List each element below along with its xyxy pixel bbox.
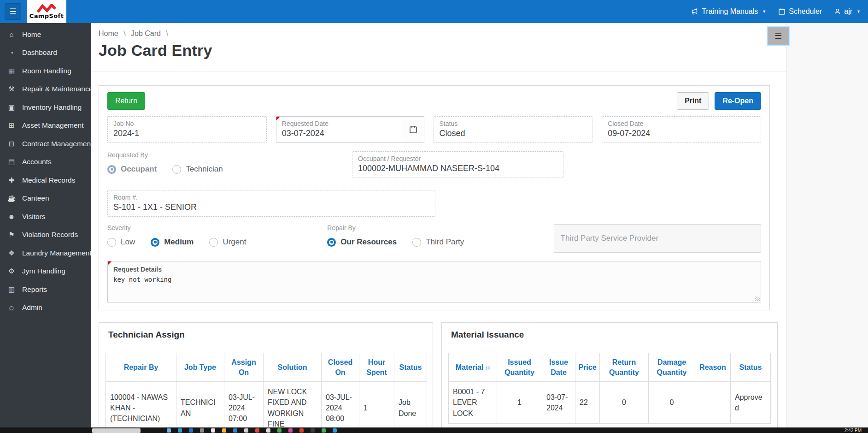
sidebar-item-accounts[interactable]: ▤Accounts — [0, 153, 91, 172]
taskbar-app-icon[interactable] — [322, 428, 326, 433]
brand-logo[interactable]: CampSoft — [27, 0, 66, 23]
taskbar-app-icon[interactable] — [167, 428, 171, 433]
column-header[interactable]: Hour Spent — [359, 353, 394, 382]
taskbar-app-icon[interactable] — [233, 428, 237, 433]
requested-by-radio-group: Occupant Technician — [107, 165, 335, 174]
taskbar-app-icon[interactable] — [311, 428, 315, 433]
radio-technician — [172, 165, 181, 174]
inventory-icon: ▣ — [7, 103, 16, 112]
taskbar-app-icon[interactable] — [244, 428, 248, 433]
table-cell: 03-JUL-2024 07:00 — [224, 382, 264, 433]
taskbar-app-icon[interactable] — [211, 428, 215, 433]
radio-third-party[interactable] — [412, 238, 421, 247]
column-header[interactable]: Repair By — [106, 353, 176, 382]
resize-handle[interactable] — [755, 297, 760, 301]
column-header[interactable]: Job Type — [176, 353, 224, 382]
dashboard-icon: ◔ — [7, 49, 16, 57]
status-field: Status Closed — [434, 116, 593, 143]
laundry-icon: ❖ — [7, 249, 16, 257]
table-cell: 03-07-2024 — [542, 382, 575, 424]
radio-low[interactable] — [107, 238, 116, 247]
sidebar-item-medical-records[interactable]: ✚Medical Records — [0, 171, 91, 190]
sidebar-toggle-button[interactable]: ☰ — [5, 3, 21, 20]
date-picker-button[interactable] — [403, 117, 424, 142]
severity-label: Severity — [107, 224, 327, 231]
page-header: Home \ Job Card \ Job Card Entry — [91, 23, 786, 71]
reports-icon: ▥ — [7, 285, 16, 294]
radio-our-resources[interactable] — [327, 238, 336, 247]
sidebar-item-admin[interactable]: ☺Admin — [0, 299, 91, 317]
taskbar-app-icon[interactable] — [333, 428, 337, 433]
user-menu[interactable]: ajr▼ — [834, 7, 861, 16]
sidebar-item-label: Reports — [22, 285, 47, 294]
sidebar-item-label: Laundry Management — [22, 249, 92, 257]
radio-urgent[interactable] — [209, 238, 218, 247]
sidebar-item-laundry-management[interactable]: ❖Laundry Management — [0, 244, 91, 262]
column-header[interactable]: Status — [731, 353, 771, 382]
sidebar-item-room-handling[interactable]: ▦Room Handling — [0, 62, 91, 80]
radio-medium[interactable] — [151, 238, 159, 247]
main-content: ☰ Home \ Job Card \ Job Card Entry Retur… — [91, 23, 868, 427]
sidebar-item-contract-management[interactable]: ⊟Contract Management — [0, 135, 91, 153]
column-header[interactable]: Damage Quantity — [649, 353, 695, 382]
taskbar-app-icon[interactable] — [189, 428, 193, 433]
column-header[interactable]: Closed On — [322, 353, 359, 382]
taskbar-app-icon[interactable] — [200, 428, 204, 433]
print-button[interactable]: Print — [677, 92, 709, 110]
taskbar-app-icon[interactable] — [288, 428, 293, 433]
column-header[interactable]: Price — [575, 353, 600, 382]
admin-icon: ☺ — [7, 304, 16, 312]
taskbar-app-icon[interactable] — [299, 428, 304, 433]
column-header[interactable]: Assign On — [224, 353, 264, 382]
repair-by-radio-group: Our Resources Third Party — [327, 237, 553, 247]
sidebar-item-reports[interactable]: ▥Reports — [0, 280, 91, 299]
third-party-provider-input — [554, 224, 761, 253]
sidebar-item-repair-maintenance[interactable]: ⚒Repair & Maintenance — [0, 80, 91, 99]
region-toggle-button[interactable]: ☰ — [768, 27, 789, 45]
request-details-textarea[interactable]: Request Details key not working — [107, 261, 761, 303]
column-header[interactable]: Return Quantity — [600, 353, 649, 382]
sidebar-item-label: Admin — [22, 303, 42, 312]
sidebar-item-label: Inventory Handling — [22, 103, 82, 112]
column-header[interactable]: Status — [394, 353, 427, 382]
breadcrumb-home[interactable]: Home — [99, 30, 118, 37]
top-navigation-bar: ☰ CampSoft Training Manuals▼ Scheduler a… — [0, 0, 868, 23]
sidebar-item-home[interactable]: ⌂Home — [0, 25, 91, 44]
training-manuals-menu[interactable]: Training Manuals▼ — [691, 7, 766, 16]
taskbar-app-icon[interactable] — [255, 428, 259, 433]
medical-icon: ✚ — [7, 176, 16, 184]
sidebar-item-dashboard[interactable]: ◔Dashboard — [0, 44, 91, 62]
hamburger-icon: ☰ — [9, 7, 16, 17]
taskbar-app-icon[interactable] — [222, 428, 226, 433]
taskbar-app-icon[interactable] — [277, 428, 282, 433]
jym-icon: ⚙ — [7, 267, 16, 275]
breadcrumb-job-card[interactable]: Job Card — [131, 30, 161, 37]
taskbar-search[interactable] — [92, 428, 141, 433]
technician-assign-title: Technician Assign — [99, 323, 433, 347]
column-header[interactable]: Issued Quantity — [497, 353, 542, 382]
return-button[interactable]: Return — [107, 92, 145, 110]
column-header[interactable]: Material↑≡ — [449, 353, 497, 382]
taskbar-app-icon[interactable] — [178, 428, 182, 433]
table-cell: 0 — [600, 382, 649, 424]
table-cell: TECHNICIAN — [176, 382, 224, 433]
table-row: 100004 - NAWAS KHAN - (TECHNICIAN)TECHNI… — [106, 382, 427, 433]
column-header[interactable]: Issue Date — [542, 353, 575, 382]
sidebar-item-asset-management[interactable]: ⊞Asset Management — [0, 117, 91, 135]
repair-by-label: Repair By — [327, 224, 553, 231]
column-header[interactable]: Reason — [695, 353, 731, 382]
sidebar-item-inventory-handling[interactable]: ▣Inventory Handling — [0, 98, 91, 117]
reopen-button[interactable]: Re-Open — [715, 92, 761, 110]
sidebar-item-canteen[interactable]: ☕Canteen — [0, 190, 91, 208]
column-header[interactable]: Solution — [264, 353, 322, 382]
sidebar-item-jym-handling[interactable]: ⚙Jym Handling — [0, 262, 91, 281]
requested-date-field: Requested Date 03-07-2024 — [276, 116, 424, 143]
canteen-icon: ☕ — [7, 194, 16, 202]
technician-assign-table: Repair ByJob TypeAssign OnSolutionClosed… — [106, 353, 427, 433]
taskbar-app-icon[interactable] — [266, 428, 270, 433]
scheduler-menu[interactable]: Scheduler — [778, 7, 822, 16]
sidebar-item-visitors[interactable]: ☻Visitors — [0, 208, 91, 226]
sidebar-item-violation-records[interactable]: ⚑Violation Records — [0, 226, 91, 244]
material-issuance-title: Material Issuance — [442, 323, 777, 347]
requested-by-label: Requested By — [107, 151, 335, 159]
